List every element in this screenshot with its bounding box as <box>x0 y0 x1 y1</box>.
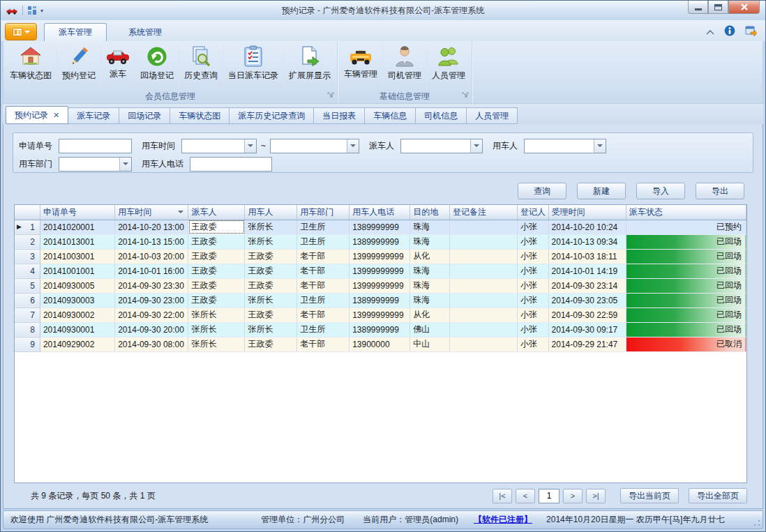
table-cell[interactable] <box>449 307 517 322</box>
table-cell[interactable]: 20140930001 <box>40 322 114 337</box>
dialog-launcher-icon[interactable] <box>462 91 469 101</box>
table-cell[interactable]: 2014-10-01 14:19 <box>548 264 626 278</box>
doc-tab-0[interactable]: 预约记录✕ <box>6 106 68 124</box>
table-cell[interactable]: 2014-10-01 16:00 <box>115 264 188 278</box>
table-cell[interactable]: 2014-10-03 20:00 <box>115 249 188 264</box>
table-cell[interactable]: 13999999999 <box>350 249 410 264</box>
dispatch-status-cell[interactable]: 已回场 <box>626 249 746 264</box>
tab-close-icon[interactable]: ✕ <box>53 111 59 120</box>
dispatch-status-cell[interactable]: 已回场 <box>626 278 746 293</box>
table-cell[interactable] <box>449 337 517 351</box>
table-cell[interactable]: 小张 <box>518 234 549 249</box>
table-cell[interactable]: 小张 <box>518 249 549 264</box>
export-button[interactable]: 导出 <box>696 183 744 199</box>
table-cell[interactable]: 从化 <box>410 249 450 264</box>
table-cell[interactable]: 1389999999 <box>350 220 410 234</box>
table-cell[interactable] <box>449 220 517 234</box>
doc-tab-5[interactable]: 当日报表 <box>313 107 365 124</box>
row-selector-cell[interactable]: 6 <box>15 293 40 307</box>
table-cell[interactable]: 王政委 <box>245 337 297 351</box>
chevron-down-icon[interactable] <box>119 158 131 171</box>
table-row[interactable]: 6201409300032014-09-30 23:00王政委张所长卫生所138… <box>15 293 746 307</box>
ribbon-tab-dispatch-management[interactable]: 派车管理 <box>44 23 107 41</box>
table-cell[interactable]: 小张 <box>518 278 549 293</box>
row-selector-cell[interactable]: 5 <box>15 278 40 293</box>
phone-input[interactable] <box>190 157 272 172</box>
table-cell[interactable]: 小张 <box>518 337 549 351</box>
table-cell[interactable]: 20140929002 <box>40 337 114 351</box>
table-cell[interactable]: 卫生所 <box>297 220 350 234</box>
doc-tab-6[interactable]: 车辆信息 <box>364 107 416 124</box>
dispatch-status-cell[interactable]: 已回场 <box>626 234 746 249</box>
table-cell[interactable]: 2014-09-30 22:00 <box>115 307 188 322</box>
table-cell[interactable]: 2014-09-29 21:47 <box>548 337 626 351</box>
ribbon-tab-system-management[interactable]: 系统管理 <box>114 23 177 41</box>
resize-grip[interactable] <box>753 519 760 526</box>
column-header[interactable]: 用车部门 <box>297 205 350 220</box>
column-header[interactable]: 派车人 <box>188 205 245 220</box>
table-cell[interactable]: 13900000 <box>350 337 410 351</box>
table-cell[interactable]: 2014-09-30 23:05 <box>548 293 626 307</box>
column-header[interactable]: 派车状态 <box>626 205 746 220</box>
table-cell[interactable]: 13999999999 <box>350 307 410 322</box>
table-cell[interactable]: 王政委 <box>188 293 245 307</box>
info-icon[interactable] <box>724 25 735 38</box>
table-cell[interactable]: 王政委 <box>245 278 297 293</box>
page-number-input[interactable] <box>539 489 560 503</box>
table-row[interactable]: 9201409290022014-09-30 08:00张所长王政委老干部139… <box>15 337 746 351</box>
dispatch-button[interactable]: 派车 <box>100 43 135 90</box>
table-cell[interactable]: 2014-10-03 18:11 <box>548 249 626 264</box>
row-selector-cell[interactable]: 2 <box>15 234 40 249</box>
doc-tab-2[interactable]: 回场记录 <box>119 107 170 124</box>
vehicle-manage-button[interactable]: 车辆管理 <box>339 43 382 90</box>
minimize-button[interactable] <box>688 1 708 14</box>
table-cell[interactable]: 王政委 <box>245 307 297 322</box>
table-cell[interactable]: 珠海 <box>410 234 450 249</box>
table-cell[interactable]: 王政委 <box>245 264 297 278</box>
row-selector-cell[interactable]: 4 <box>15 264 40 278</box>
table-cell[interactable] <box>449 249 517 264</box>
table-cell[interactable]: 1389999999 <box>350 234 410 249</box>
doc-tab-8[interactable]: 人员管理 <box>466 107 518 124</box>
table-cell[interactable]: 20141003001 <box>40 249 114 264</box>
table-cell[interactable]: 13999999999 <box>350 264 410 278</box>
table-cell[interactable]: 2014-10-13 15:00 <box>115 234 188 249</box>
table-cell[interactable]: 佛山 <box>410 322 450 337</box>
column-header[interactable]: 申请单号 <box>40 205 114 220</box>
vehicle-status-map-button[interactable]: 车辆状态图 <box>5 43 57 90</box>
next-page-button[interactable]: > <box>563 489 583 503</box>
doc-tab-7[interactable]: 司机信息 <box>415 107 467 124</box>
table-cell[interactable]: 小张 <box>518 293 549 307</box>
table-row[interactable]: 3201410030012014-10-03 20:00王政委王政委老干部139… <box>15 249 746 264</box>
table-cell[interactable]: 2014-09-30 23:14 <box>548 278 626 293</box>
table-cell[interactable]: 王政委 <box>188 278 245 293</box>
last-page-button[interactable]: >| <box>586 489 606 503</box>
history-query-button[interactable]: 历史查询 <box>179 43 223 90</box>
table-cell[interactable]: 小张 <box>518 264 549 278</box>
table-cell[interactable]: 王政委 <box>188 264 245 278</box>
export-current-page-button[interactable]: 导出当前页 <box>620 488 679 503</box>
table-cell[interactable]: 小张 <box>518 322 549 337</box>
export-all-pages-button[interactable]: 导出全部页 <box>689 488 747 503</box>
table-cell[interactable]: 2014-10-20 10:24 <box>548 220 626 234</box>
table-cell[interactable]: 2014-09-30 23:00 <box>115 293 188 307</box>
row-selector-cell[interactable]: 8 <box>15 322 40 337</box>
table-cell[interactable]: 王政委 <box>245 249 297 264</box>
dispatch-status-cell[interactable]: 已回场 <box>626 307 746 322</box>
row-selector-header[interactable] <box>15 205 40 220</box>
table-cell[interactable]: 珠海 <box>410 264 450 278</box>
table-cell[interactable] <box>449 264 517 278</box>
table-cell[interactable]: 从化 <box>410 307 450 322</box>
table-cell[interactable] <box>449 293 517 307</box>
table-cell[interactable]: 王政委 <box>188 220 245 234</box>
column-header[interactable]: 目的地 <box>410 205 450 220</box>
table-cell[interactable]: 老干部 <box>297 249 350 264</box>
table-cell[interactable]: 2014-09-30 08:00 <box>115 337 188 351</box>
dispatch-status-cell[interactable]: 已回场 <box>626 264 746 278</box>
table-cell[interactable]: 珠海 <box>410 220 450 234</box>
import-button[interactable]: 导入 <box>636 183 685 199</box>
table-cell[interactable]: 2014-09-30 22:59 <box>548 307 626 322</box>
chevron-down-icon[interactable] <box>470 139 482 153</box>
table-cell[interactable]: 小张 <box>518 220 549 234</box>
table-cell[interactable]: 1389999999 <box>350 322 410 337</box>
